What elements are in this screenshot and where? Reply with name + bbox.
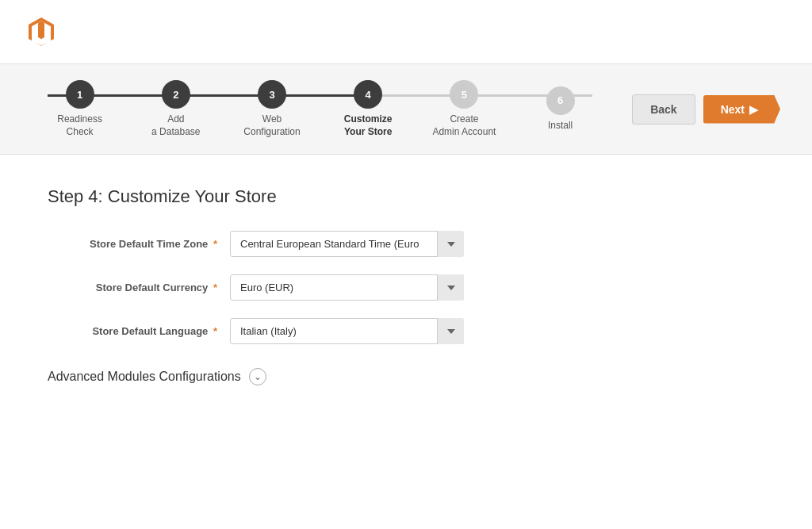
step-4-label: CustomizeYour Store: [344, 113, 393, 138]
steps-container: 1 ReadinessCheck 2 Adda Database 3 WebCo…: [32, 80, 608, 138]
step-2-circle: 2: [162, 80, 190, 109]
language-select-wrapper: Italian (Italy): [230, 318, 464, 344]
header: [0, 0, 812, 63]
step-6-label: Install: [548, 120, 573, 132]
language-required: *: [210, 325, 217, 337]
timezone-label: Store Default Time Zone *: [48, 238, 230, 250]
advanced-modules-section: Advanced Modules Configurations ⌄: [48, 368, 764, 385]
currency-select[interactable]: Euro (EUR): [230, 274, 464, 301]
main-content: Step 4: Customize Your Store Store Defau…: [0, 155, 812, 417]
wizard-bar: 1 ReadinessCheck 2 Adda Database 3 WebCo…: [0, 63, 812, 155]
currency-field-group: Store Default Currency * Euro (EUR): [48, 274, 764, 301]
currency-required: *: [210, 282, 217, 293]
expand-chevron-icon: ⌄: [254, 371, 262, 382]
advanced-expand-button[interactable]: ⌄: [249, 368, 266, 385]
step-1-label: ReadinessCheck: [57, 113, 102, 138]
step-5: 5 CreateAdmin Account: [416, 80, 512, 138]
language-select[interactable]: Italian (Italy): [230, 318, 464, 344]
language-label: Store Default Language *: [48, 325, 230, 337]
step-1-circle: 1: [66, 80, 94, 109]
next-button[interactable]: Next ▶: [703, 95, 780, 124]
step-4-circle: 4: [354, 80, 382, 109]
step-3: 3 WebConfiguration: [224, 80, 320, 138]
wizard-buttons: Back Next ▶: [632, 94, 780, 125]
timezone-select-wrapper: Central European Standard Time (Euro: [230, 231, 464, 257]
step-4: 4 CustomizeYour Store: [320, 80, 416, 138]
step-6: 6 Install: [512, 86, 608, 132]
step-2: 2 Adda Database: [128, 80, 224, 138]
step-6-circle: 6: [546, 86, 575, 115]
step-3-circle: 3: [258, 80, 286, 109]
currency-label: Store Default Currency *: [48, 282, 230, 293]
step-1: 1 ReadinessCheck: [32, 80, 128, 138]
timezone-select[interactable]: Central European Standard Time (Euro: [230, 231, 464, 257]
back-button[interactable]: Back: [632, 94, 695, 125]
page-title: Step 4: Customize Your Store: [48, 186, 764, 207]
magento-logo: [24, 14, 59, 49]
next-button-label: Next: [721, 103, 745, 116]
step-2-label: Adda Database: [151, 113, 200, 138]
step-5-label: CreateAdmin Account: [432, 113, 496, 138]
language-field-group: Store Default Language * Italian (Italy): [48, 318, 764, 344]
timezone-field-group: Store Default Time Zone * Central Europe…: [48, 231, 764, 257]
next-arrow-icon: ▶: [749, 103, 758, 116]
step-3-label: WebConfiguration: [243, 113, 300, 138]
advanced-modules-title: Advanced Modules Configurations: [48, 370, 241, 384]
currency-select-wrapper: Euro (EUR): [230, 274, 464, 301]
timezone-required: *: [210, 238, 217, 250]
step-5-circle: 5: [450, 80, 478, 109]
